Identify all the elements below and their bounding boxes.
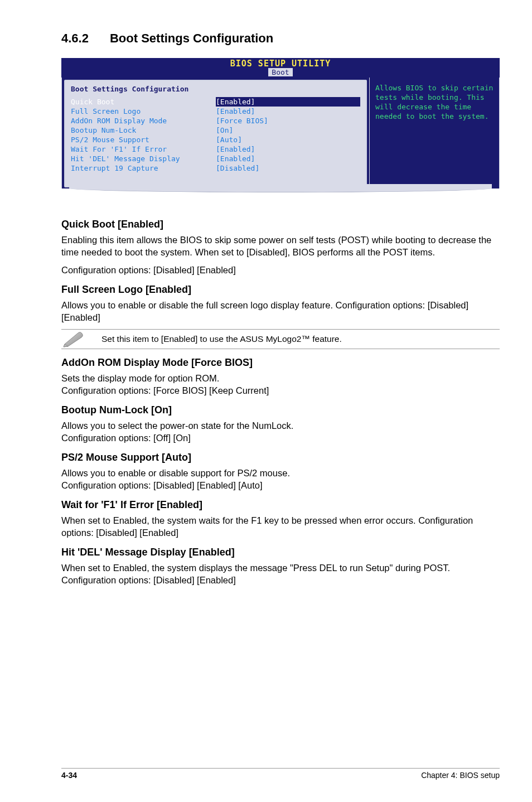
bios-row-value: [Enabled] [216, 97, 255, 107]
bios-row: Bootup Num-Lock[On] [71, 125, 360, 135]
section-title: 4.6.2Boot Settings Configuration [61, 31, 500, 46]
bios-row: Wait For 'F1' If Error[Enabled] [71, 144, 360, 154]
note-text: Set this item to [Enabled] to use the AS… [101, 334, 342, 344]
bios-row-label: Quick Boot [71, 97, 216, 107]
bios-row-value: [On] [216, 125, 233, 135]
addon-text2: Configuration options: [Force BIOS] [Kee… [61, 384, 500, 397]
bios-row-label: AddOn ROM Display Mode [71, 116, 216, 125]
addon-heading: AddOn ROM Display Mode [Force BIOS] [61, 357, 500, 369]
bios-row: Full Screen Logo[Enabled] [71, 107, 360, 116]
bios-help: Allows BIOS to skip certain tests while … [370, 78, 500, 190]
note-box: Set this item to [Enabled] to use the AS… [61, 329, 500, 349]
chapter-label: Chapter 4: BIOS setup [421, 771, 500, 780]
del-heading: Hit 'DEL' Message Display [Enabled] [61, 547, 500, 558]
addon-text1: Sets the display mode for option ROM. [61, 372, 500, 384]
del-text: When set to Enabled, the system displays… [61, 562, 500, 586]
section-number: 4.6.2 [61, 31, 89, 46]
bios-row-value: [Auto] [216, 135, 242, 144]
ps2-heading: PS/2 Mouse Support [Auto] [61, 452, 500, 463]
bios-row-label: PS/2 Mouse Support [71, 135, 216, 144]
bios-row-label: Bootup Num-Lock [71, 125, 216, 135]
bios-row-label: Full Screen Logo [71, 107, 216, 116]
bios-row: AddOn ROM Display Mode[Force BIOS] [71, 116, 360, 125]
bios-row-value: [Enabled] [216, 144, 255, 154]
bios-row: Hit 'DEL' Message Display[Enabled] [71, 154, 360, 163]
numlock-heading: Bootup Num-Lock [On] [61, 404, 500, 416]
bios-row-label: Hit 'DEL' Message Display [71, 154, 216, 163]
quick-boot-heading: Quick Boot [Enabled] [61, 219, 500, 230]
bios-row: Quick Boot[Enabled] [71, 97, 360, 107]
ps2-text2: Configuration options: [Disabled] [Enabl… [61, 479, 500, 491]
pencil-icon [61, 331, 85, 347]
bios-row: PS/2 Mouse Support[Auto] [71, 135, 360, 144]
bios-row-label: Interrupt 19 Capture [71, 163, 216, 173]
bios-heading: Boot Settings Configuration [71, 84, 360, 94]
page-number: 4-34 [61, 771, 77, 780]
bios-row-label: Wait For 'F1' If Error [71, 144, 216, 154]
numlock-text2: Configuration options: [Off] [On] [61, 432, 500, 444]
bios-row-value: [Enabled] [216, 154, 255, 163]
bios-row-value: [Disabled] [216, 163, 259, 173]
bios-tab: Boot [268, 68, 292, 76]
bios-row-value: [Enabled] [216, 107, 255, 116]
page-footer: 4-34 Chapter 4: BIOS setup [61, 768, 500, 780]
quick-boot-text2: Configuration options: [Disabled] [Enabl… [61, 264, 500, 276]
bios-row: Interrupt 19 Capture[Disabled] [71, 163, 360, 173]
section-text: Boot Settings Configuration [110, 31, 273, 45]
quick-boot-text1: Enabling this item allows the BIOS to sk… [61, 234, 500, 258]
bios-row-value: [Force BIOS] [216, 116, 268, 125]
fullscreen-text: Allows you to enable or disable the full… [61, 299, 500, 323]
bios-title: BIOS SETUP UTILITY [61, 58, 500, 68]
fullscreen-heading: Full Screen Logo [Enabled] [61, 284, 500, 296]
f1-heading: Wait for 'F1' If Error [Enabled] [61, 499, 500, 511]
f1-text: When set to Enabled, the system waits fo… [61, 514, 500, 539]
numlock-text1: Allows you to select the power-on state … [61, 419, 500, 432]
bios-screenshot: BIOS SETUP UTILITY Boot Boot Settings Co… [61, 58, 500, 202]
ps2-text1: Allows you to enable or disable support … [61, 467, 500, 479]
